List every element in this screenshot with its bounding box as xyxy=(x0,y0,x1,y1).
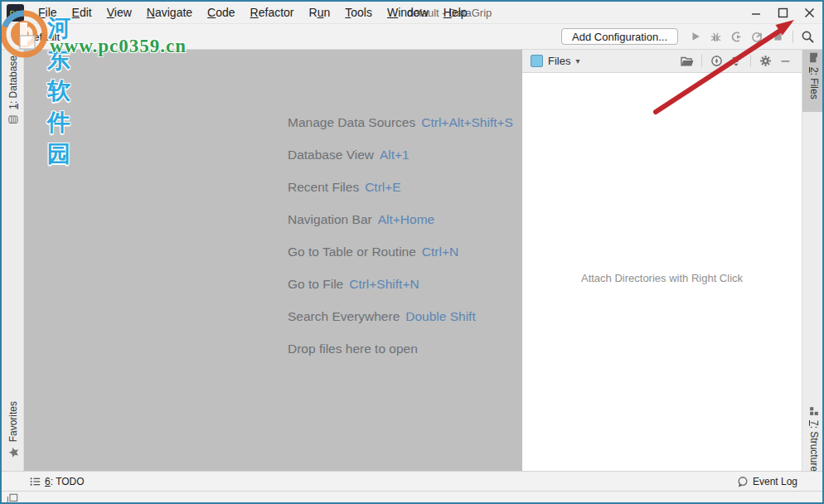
datagrip-logo-icon: DG xyxy=(7,4,24,22)
toolbar-right-group: Add Configuration... xyxy=(561,28,822,45)
files-empty-hint: Attach Directories with Right Click xyxy=(522,272,802,284)
settings-button[interactable] xyxy=(755,53,775,70)
menu-item[interactable]: Tools xyxy=(337,3,380,22)
event-log-balloon-icon xyxy=(737,476,749,487)
maximize-icon xyxy=(778,7,788,18)
sync-icon xyxy=(710,55,723,67)
search-everywhere-button[interactable] xyxy=(797,28,818,45)
event-log-label: Event Log xyxy=(753,476,797,487)
collapse-all-icon xyxy=(730,56,742,67)
shortcut-row: Database ViewAlt+1 xyxy=(288,138,521,171)
folder-icon xyxy=(809,52,819,63)
shortcut-row: Go to FileCtrl+Shift+N xyxy=(288,268,521,300)
hide-minus-icon xyxy=(780,56,791,66)
shortcut-row: Drop files here to open xyxy=(288,332,521,365)
toolwindow-tab-label: 2: Files xyxy=(808,67,820,99)
toolwindow-tab-label: 6: TODO xyxy=(45,476,85,487)
star-icon xyxy=(8,447,19,458)
profiler-icon xyxy=(751,31,763,43)
toolwindow-tab-label: 1: Database xyxy=(7,56,19,109)
menu-item[interactable]: File xyxy=(31,3,65,22)
shortcut-keys: Double Shift xyxy=(405,309,475,323)
menu-item[interactable]: Help xyxy=(436,3,475,22)
profiler-button[interactable] xyxy=(747,28,768,45)
shortcut-label: Navigation Bar xyxy=(288,212,372,226)
shortcut-keys: Ctrl+N xyxy=(422,245,458,259)
menu-item[interactable]: Run xyxy=(302,3,338,22)
files-panel-title: Files xyxy=(548,55,570,67)
menu-item-label: Edit xyxy=(72,6,92,19)
menu-item-label: View xyxy=(107,6,132,19)
shortcut-row: Search EverywhereDouble Shift xyxy=(288,300,521,332)
window-controls xyxy=(743,2,822,23)
shortcut-label: Search Everywhere xyxy=(288,309,400,323)
menu-item[interactable]: Code xyxy=(200,3,242,22)
toolwindow-tab-label: Favorites xyxy=(7,401,19,442)
collapse-all-button[interactable] xyxy=(726,53,746,70)
minimize-icon xyxy=(751,7,761,17)
status-bar xyxy=(2,491,822,504)
navigation-bar-project[interactable]: default xyxy=(27,31,60,43)
toolwindow-tab-structure[interactable]: 7: Structure xyxy=(805,406,823,472)
shortcut-keys: Alt+1 xyxy=(380,148,410,162)
event-log-button[interactable]: Event Log xyxy=(737,476,797,487)
main-toolbar: default Add Configuration... xyxy=(2,24,822,50)
shortcut-label: Manage Data Sources xyxy=(288,115,415,129)
search-icon xyxy=(801,30,815,44)
close-icon xyxy=(804,7,815,18)
menu-item[interactable]: Refactor xyxy=(243,3,302,22)
close-button[interactable] xyxy=(796,2,822,22)
files-scope-selector[interactable]: Files ▾ xyxy=(531,55,579,67)
datagrip-logo-text: DG xyxy=(10,9,22,17)
maximize-button[interactable] xyxy=(769,2,796,22)
files-panel: Files ▾ xyxy=(521,50,802,471)
toolbar-divider xyxy=(792,31,793,43)
shortcut-label: Database View xyxy=(288,148,374,162)
files-panel-content: Attach Directories with Right Click xyxy=(522,73,802,471)
stop-button[interactable] xyxy=(768,28,788,45)
shortcut-keys: Ctrl+E xyxy=(365,180,401,194)
toolwindow-tab-favorites[interactable]: Favorites xyxy=(4,401,22,458)
menu-item-label: Refactor xyxy=(250,6,294,19)
run-with-coverage-button[interactable] xyxy=(726,28,747,45)
scope-icon xyxy=(531,55,543,67)
menu-item-label: Code xyxy=(207,6,235,19)
gear-icon xyxy=(759,55,772,67)
menu-item[interactable]: Edit xyxy=(65,3,99,22)
files-panel-header: Files ▾ xyxy=(522,50,802,73)
minimize-button[interactable] xyxy=(743,2,769,22)
shortcut-hint-list: Manage Data SourcesCtrl+Alt+Shift+S Data… xyxy=(288,106,521,365)
add-configuration-button[interactable]: Add Configuration... xyxy=(561,28,678,45)
shortcut-row: Navigation BarAlt+Home xyxy=(288,203,521,235)
menu-bar: File Edit View Navigate Code Refactor Ru… xyxy=(31,3,475,22)
debug-button[interactable] xyxy=(705,28,726,45)
toolwindow-tab-files[interactable]: 2: Files xyxy=(805,52,823,99)
right-toolwindow-bar: 2: Files 7: Structure xyxy=(802,50,822,471)
menu-item[interactable]: View xyxy=(99,3,139,22)
shortcut-label: Recent Files xyxy=(288,180,359,194)
shortcut-keys: Ctrl+Shift+N xyxy=(349,277,419,291)
shortcut-row: Recent FilesCtrl+E xyxy=(288,171,521,203)
database-icon xyxy=(7,114,19,125)
sync-button[interactable] xyxy=(706,53,726,70)
toolwindow-tab-todo[interactable]: 6: TODO xyxy=(30,476,85,487)
run-icon xyxy=(690,31,701,42)
toolwindow-switcher-button[interactable] xyxy=(7,493,18,504)
menu-item[interactable]: Window xyxy=(380,3,436,22)
debug-bug-icon xyxy=(710,31,722,43)
shortcut-keys: Alt+Home xyxy=(378,212,435,226)
select-opened-file-button[interactable] xyxy=(677,53,697,70)
hide-panel-button[interactable] xyxy=(775,53,795,70)
title-bar: DG File Edit View Navigate Code Refactor… xyxy=(2,2,822,24)
files-header-divider xyxy=(750,55,751,67)
open-folder-icon xyxy=(681,56,694,67)
menu-item-label: File xyxy=(38,6,57,19)
menu-item[interactable]: Navigate xyxy=(139,3,200,22)
datagrip-window: DG File Edit View Navigate Code Refactor… xyxy=(0,0,824,504)
toolwindow-tab-database[interactable]: 1: Database xyxy=(4,56,22,125)
menu-item-label: Run xyxy=(309,6,331,19)
todo-list-icon xyxy=(30,477,41,487)
menu-item-label: Window xyxy=(387,6,429,19)
toolwindow-tab-label: 7: Structure xyxy=(808,420,820,472)
run-button[interactable] xyxy=(685,28,705,45)
